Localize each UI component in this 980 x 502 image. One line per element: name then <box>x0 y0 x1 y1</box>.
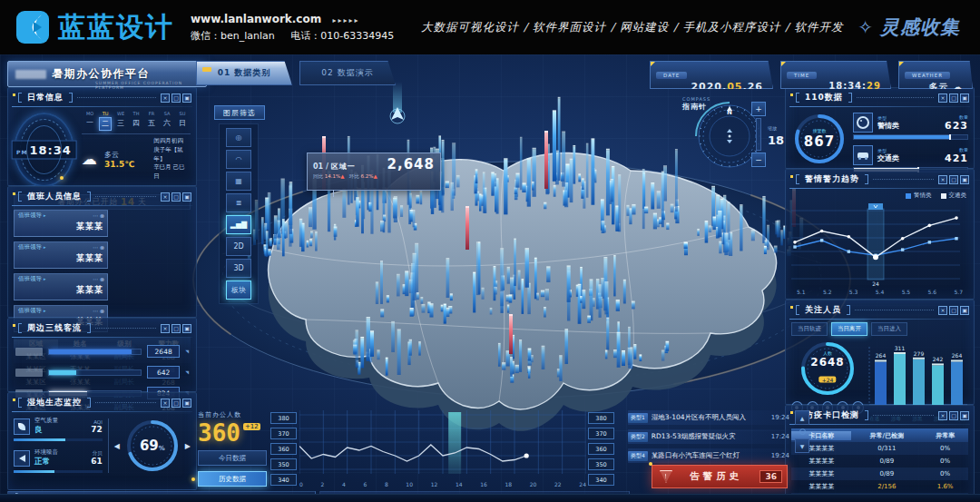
focus-tab[interactable]: 当日进入 <box>871 322 907 336</box>
list-icon[interactable]: ≣ <box>226 193 251 212</box>
window-controls[interactable]: ×▢▣ <box>938 94 969 103</box>
tooltip-rates: 同比 14.1%▲ 环比 6.2%▲ <box>313 173 435 180</box>
weekday: WE三 <box>114 111 127 131</box>
2d-button[interactable]: 2D <box>226 237 251 256</box>
110-category-row: 类型警情类数量623 <box>853 113 968 140</box>
maximize-icon: ▣ <box>960 411 969 420</box>
car-icon <box>853 145 873 165</box>
alert-history-count: 36 <box>760 470 782 483</box>
office-count-label: 当前办公人数 <box>198 410 269 419</box>
brand-name: 蓝蓝设计 <box>58 9 174 46</box>
window-controls[interactable]: ×▢▣ <box>938 411 969 420</box>
office-count-block: 当前办公人数 360 +12 今日数据 历史数据 <box>198 410 269 487</box>
alert-row[interactable]: 类型1湿地3-104片区有不明人员闯入19:24 <box>628 410 789 425</box>
weekday: TU二 <box>99 111 112 131</box>
scroll-up-button[interactable]: ▲ <box>795 410 809 425</box>
office-line-chart[interactable] <box>299 410 586 479</box>
svg-text:311: 311 <box>895 345 906 351</box>
weekday: SA六 <box>161 111 173 131</box>
tooltip-index: 01 / <box>313 162 328 171</box>
flow-value: 2648 <box>147 345 180 358</box>
layer-filter-toolbar: 图层筛选 ◎◠▦≣▂▅▇2D3D板块 <box>214 105 265 304</box>
eco-gauge: 69% <box>123 417 181 475</box>
eco-metric: 环境噪音正常分贝61 <box>14 448 103 473</box>
gauge-left-arrow-icon[interactable]: ◀ <box>114 442 120 450</box>
panel-passenger-flow: 周边三线客流 ×▢▣ 2648◥642◥824◥ <box>7 318 197 392</box>
up-arrow-icon: ▲ <box>340 173 344 179</box>
plate-button[interactable]: 板块 <box>226 281 251 300</box>
weekday: TH四 <box>130 111 142 131</box>
checkpoint-table-row[interactable]: 某某某某2/1561.6% <box>791 480 968 493</box>
restore-icon: ▢ <box>949 411 958 420</box>
dashboard: 暑期办公协作平台 SUMMER OFFICE COOPERATION PLATF… <box>0 54 980 502</box>
checkpoint-table-row[interactable]: 某某某某0/890% <box>791 468 968 480</box>
alarm-count-gauge: 接警数 867 <box>791 111 848 167</box>
svg-text:264: 264 <box>876 352 887 359</box>
focus-tab[interactable]: 当日离开 <box>831 322 867 336</box>
focus-tab[interactable]: 当日轨迹 <box>791 322 828 336</box>
zoom-in-button[interactable]: + <box>751 102 766 116</box>
window-controls[interactable]: ×▢▣ <box>161 192 191 202</box>
svg-text:242: 242 <box>933 356 944 362</box>
radar-icon[interactable]: ◠ <box>226 150 251 169</box>
header-tab-1[interactable]: 01 数据类别 <box>196 61 292 85</box>
office-count-value: 360 <box>198 421 240 445</box>
temperature: 31.5℃ <box>104 160 134 169</box>
close-icon: × <box>161 192 170 202</box>
zoom-out-button[interactable]: − <box>751 153 766 167</box>
close-icon: × <box>938 175 947 184</box>
alert-history-button[interactable]: ! 告警历史 36 <box>652 465 788 488</box>
restore-icon: ▢ <box>172 192 181 202</box>
weather-label: WEATHER <box>905 72 950 79</box>
layer-filter-title: 图层筛选 <box>214 105 265 120</box>
maximize-icon: ▣ <box>960 306 969 315</box>
restore-icon: ▢ <box>172 94 181 103</box>
duty-leader-card[interactable]: 值班领导 ▸··· ⊗某某某 <box>14 273 108 300</box>
3d-button[interactable]: 3D <box>226 259 251 278</box>
history-data-button[interactable]: 历史数据 <box>198 471 267 487</box>
panel-police-trend: 警情警力趋势 ×▢▣ 警情类交通类 24 5.15.25.35.45.55.65… <box>785 169 975 300</box>
window-controls[interactable]: ×▢▣ <box>161 399 191 408</box>
panel-title: 周边三线客流 <box>22 322 87 334</box>
y-axis-tick: 380 <box>588 412 614 424</box>
x-axis-tick: 14 <box>456 481 463 487</box>
window-controls[interactable]: ×▢▣ <box>161 94 191 103</box>
alert-row[interactable]: 类型2RD13-53烟感报警疑似火灾17:24 <box>628 429 789 444</box>
alert-row[interactable]: 类型4某路口有小汽车连闯三个红灯19:24 <box>628 448 789 463</box>
redacted-label <box>15 369 43 377</box>
window-controls[interactable]: ×▢▣ <box>938 175 969 184</box>
bar-chart-icon[interactable]: ▂▅▇ <box>226 215 251 234</box>
y-axis-right: 380370360350340 <box>588 412 614 486</box>
duty-leader-card[interactable]: 值班领导 ▸··· ⊗某某某 <box>14 210 108 237</box>
redacted-prefix <box>15 70 46 79</box>
trend-line-chart[interactable]: 24 <box>786 200 965 287</box>
restore-icon: ▢ <box>172 399 181 408</box>
window-controls[interactable]: ×▢▣ <box>161 324 191 333</box>
duty-leader-card[interactable]: 值班领导 ▸··· ⊗某某某 <box>14 241 108 269</box>
panel-title: 警情警力趋势 <box>799 173 865 185</box>
focus-bar-chart[interactable]: 264311279242264 <box>864 338 971 412</box>
lunar-calendar: 闰四月初四庚子年【鼠年】辛巳月 己巳日 <box>153 137 191 182</box>
eco-metric: 空气质量良AQI72 <box>14 417 103 441</box>
close-icon: × <box>938 411 947 420</box>
window-controls[interactable]: ×▢▣ <box>938 306 969 315</box>
camera-icon <box>853 113 873 133</box>
scroll-dot <box>799 428 806 435</box>
today-data-button[interactable]: 今日数据 <box>198 450 267 466</box>
header-tab-2[interactable]: 02 数据演示 <box>299 61 396 85</box>
website-link[interactable]: www.lanlanwork.com <box>191 13 321 25</box>
gauge-right-arrow-icon[interactable]: ▶ <box>185 442 191 450</box>
checkpoint-table-row[interactable]: 某某某某0/890% <box>791 455 968 468</box>
grid-icon[interactable]: ▦ <box>226 172 251 191</box>
location-pin-icon[interactable]: ◎ <box>226 128 251 147</box>
maximize-icon: ▣ <box>182 399 191 408</box>
focus-people-gauge: 人数 2648 +24 <box>799 340 857 398</box>
x-axis-tick: 20 <box>530 481 537 487</box>
y-axis-tick: 370 <box>588 428 614 439</box>
close-icon: × <box>161 399 170 408</box>
zoom-track[interactable] <box>756 118 761 151</box>
checkpoint-table-row[interactable]: 某某某某0/3110% <box>791 442 968 455</box>
scroll-down-button[interactable]: ▼ <box>795 438 809 453</box>
weekday: FR五 <box>145 111 158 131</box>
inspiration-collect[interactable]: ✧ 灵感收集 <box>858 15 960 40</box>
